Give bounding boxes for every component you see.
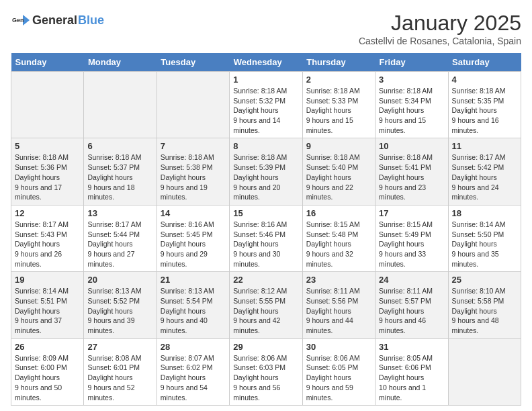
day-number: 30 <box>306 342 371 352</box>
calendar-cell: 2Sunrise: 8:18 AMSunset: 5:33 PMDaylight… <box>302 72 375 138</box>
day-number: 29 <box>233 342 298 352</box>
day-number: 1 <box>233 75 298 85</box>
calendar-cell: 17Sunrise: 8:15 AMSunset: 5:49 PMDayligh… <box>375 205 448 271</box>
calendar-cell <box>11 72 84 138</box>
calendar-cell: 7Sunrise: 8:18 AMSunset: 5:38 PMDaylight… <box>157 138 229 205</box>
day-info: Sunrise: 8:16 AMSunset: 5:45 PMDaylight … <box>161 220 226 269</box>
calendar-cell: 19Sunrise: 8:14 AMSunset: 5:51 PMDayligh… <box>11 272 84 338</box>
calendar-cell <box>157 72 229 138</box>
calendar-cell: 22Sunrise: 8:12 AMSunset: 5:55 PMDayligh… <box>230 272 302 338</box>
weekday-header-wednesday: Wednesday <box>230 53 302 72</box>
logo: Gen General Blue <box>11 11 104 30</box>
logo-general-text: General <box>32 13 77 28</box>
calendar-cell: 4Sunrise: 8:18 AMSunset: 5:35 PMDaylight… <box>448 72 521 138</box>
calendar-cell <box>448 338 521 405</box>
day-number: 6 <box>87 141 152 151</box>
day-info: Sunrise: 8:17 AMSunset: 5:42 PMDaylight … <box>452 152 517 201</box>
day-number: 22 <box>233 275 298 285</box>
calendar-cell: 20Sunrise: 8:13 AMSunset: 5:52 PMDayligh… <box>84 272 157 338</box>
day-number: 18 <box>452 208 517 218</box>
calendar-cell: 12Sunrise: 8:17 AMSunset: 5:43 PMDayligh… <box>11 205 84 271</box>
day-number: 20 <box>87 275 152 285</box>
day-number: 19 <box>15 275 80 285</box>
calendar-cell: 31Sunrise: 8:05 AMSunset: 6:06 PMDayligh… <box>375 338 448 405</box>
weekday-header-row: SundayMondayTuesdayWednesdayThursdayFrid… <box>11 53 521 72</box>
weekday-header-friday: Friday <box>375 53 448 72</box>
day-info: Sunrise: 8:09 AMSunset: 6:00 PMDaylight … <box>15 353 80 402</box>
calendar-table: SundayMondayTuesdayWednesdayThursdayFrid… <box>11 53 521 406</box>
day-number: 28 <box>161 342 226 352</box>
calendar-cell: 28Sunrise: 8:07 AMSunset: 6:02 PMDayligh… <box>157 338 229 405</box>
day-info: Sunrise: 8:12 AMSunset: 5:55 PMDaylight … <box>233 286 298 335</box>
weekday-header-saturday: Saturday <box>448 53 521 72</box>
calendar-cell: 3Sunrise: 8:18 AMSunset: 5:34 PMDaylight… <box>375 72 448 138</box>
day-number: 26 <box>15 342 80 352</box>
calendar-title: January 2025 <box>359 11 521 36</box>
calendar-cell: 15Sunrise: 8:16 AMSunset: 5:46 PMDayligh… <box>230 205 302 271</box>
calendar-cell: 9Sunrise: 8:18 AMSunset: 5:40 PMDaylight… <box>302 138 375 205</box>
day-number: 3 <box>379 75 444 85</box>
weekday-header-tuesday: Tuesday <box>157 53 229 72</box>
day-info: Sunrise: 8:16 AMSunset: 5:46 PMDaylight … <box>233 220 298 269</box>
day-number: 31 <box>379 342 444 352</box>
calendar-cell: 23Sunrise: 8:11 AMSunset: 5:56 PMDayligh… <box>302 272 375 338</box>
svg-text:Gen: Gen <box>12 17 24 24</box>
day-number: 27 <box>87 342 152 352</box>
day-number: 17 <box>379 208 444 218</box>
day-number: 7 <box>161 141 226 151</box>
day-info: Sunrise: 8:18 AMSunset: 5:41 PMDaylight … <box>379 152 444 201</box>
day-info: Sunrise: 8:05 AMSunset: 6:06 PMDaylight … <box>379 353 444 402</box>
calendar-cell: 1Sunrise: 8:18 AMSunset: 5:32 PMDaylight… <box>230 72 302 138</box>
day-number: 13 <box>87 208 152 218</box>
day-info: Sunrise: 8:15 AMSunset: 5:48 PMDaylight … <box>306 220 371 269</box>
weekday-header-monday: Monday <box>84 53 157 72</box>
calendar-cell: 5Sunrise: 8:18 AMSunset: 5:36 PMDaylight… <box>11 138 84 205</box>
calendar-cell: 26Sunrise: 8:09 AMSunset: 6:00 PMDayligh… <box>11 338 84 405</box>
day-info: Sunrise: 8:17 AMSunset: 5:43 PMDaylight … <box>15 220 80 269</box>
day-number: 8 <box>233 141 298 151</box>
page-header: Gen General Blue January 2025 Castellvi … <box>11 11 521 46</box>
calendar-cell: 8Sunrise: 8:18 AMSunset: 5:39 PMDaylight… <box>230 138 302 205</box>
day-info: Sunrise: 8:18 AMSunset: 5:33 PMDaylight … <box>306 86 371 135</box>
day-info: Sunrise: 8:18 AMSunset: 5:40 PMDaylight … <box>306 152 371 201</box>
day-info: Sunrise: 8:08 AMSunset: 6:01 PMDaylight … <box>87 353 152 402</box>
day-number: 14 <box>161 208 226 218</box>
calendar-cell: 27Sunrise: 8:08 AMSunset: 6:01 PMDayligh… <box>84 338 157 405</box>
day-info: Sunrise: 8:18 AMSunset: 5:38 PMDaylight … <box>161 152 226 201</box>
weekday-header-thursday: Thursday <box>302 53 375 72</box>
logo-blue-text: Blue <box>78 13 104 28</box>
calendar-cell: 18Sunrise: 8:14 AMSunset: 5:50 PMDayligh… <box>448 205 521 271</box>
calendar-subtitle: Castellvi de Rosanes, Catalonia, Spain <box>359 36 521 46</box>
day-info: Sunrise: 8:06 AMSunset: 6:03 PMDaylight … <box>233 353 298 402</box>
day-number: 12 <box>15 208 80 218</box>
day-number: 10 <box>379 141 444 151</box>
day-number: 9 <box>306 141 371 151</box>
week-row-1: 1Sunrise: 8:18 AMSunset: 5:32 PMDaylight… <box>11 72 521 138</box>
day-info: Sunrise: 8:18 AMSunset: 5:37 PMDaylight … <box>87 152 152 201</box>
week-row-3: 12Sunrise: 8:17 AMSunset: 5:43 PMDayligh… <box>11 205 521 271</box>
day-info: Sunrise: 8:13 AMSunset: 5:52 PMDaylight … <box>87 286 152 335</box>
day-number: 4 <box>452 75 517 85</box>
calendar-cell: 14Sunrise: 8:16 AMSunset: 5:45 PMDayligh… <box>157 205 229 271</box>
calendar-cell: 29Sunrise: 8:06 AMSunset: 6:03 PMDayligh… <box>230 338 302 405</box>
week-row-5: 26Sunrise: 8:09 AMSunset: 6:00 PMDayligh… <box>11 338 521 405</box>
day-number: 21 <box>161 275 226 285</box>
day-info: Sunrise: 8:10 AMSunset: 5:58 PMDaylight … <box>452 286 517 335</box>
day-info: Sunrise: 8:18 AMSunset: 5:34 PMDaylight … <box>379 86 444 135</box>
day-info: Sunrise: 8:18 AMSunset: 5:35 PMDaylight … <box>452 86 517 135</box>
day-info: Sunrise: 8:06 AMSunset: 6:05 PMDaylight … <box>306 353 371 402</box>
calendar-cell <box>84 72 157 138</box>
calendar-cell: 11Sunrise: 8:17 AMSunset: 5:42 PMDayligh… <box>448 138 521 205</box>
day-info: Sunrise: 8:14 AMSunset: 5:51 PMDaylight … <box>15 286 80 335</box>
calendar-cell: 10Sunrise: 8:18 AMSunset: 5:41 PMDayligh… <box>375 138 448 205</box>
weekday-header-sunday: Sunday <box>11 53 84 72</box>
calendar-cell: 6Sunrise: 8:18 AMSunset: 5:37 PMDaylight… <box>84 138 157 205</box>
day-info: Sunrise: 8:18 AMSunset: 5:39 PMDaylight … <box>233 152 298 201</box>
logo-icon: Gen <box>11 11 30 30</box>
day-info: Sunrise: 8:11 AMSunset: 5:56 PMDaylight … <box>306 286 371 335</box>
day-info: Sunrise: 8:18 AMSunset: 5:32 PMDaylight … <box>233 86 298 135</box>
day-number: 23 <box>306 275 371 285</box>
calendar-cell: 24Sunrise: 8:11 AMSunset: 5:57 PMDayligh… <box>375 272 448 338</box>
day-info: Sunrise: 8:17 AMSunset: 5:44 PMDaylight … <box>87 220 152 269</box>
day-info: Sunrise: 8:18 AMSunset: 5:36 PMDaylight … <box>15 152 80 201</box>
